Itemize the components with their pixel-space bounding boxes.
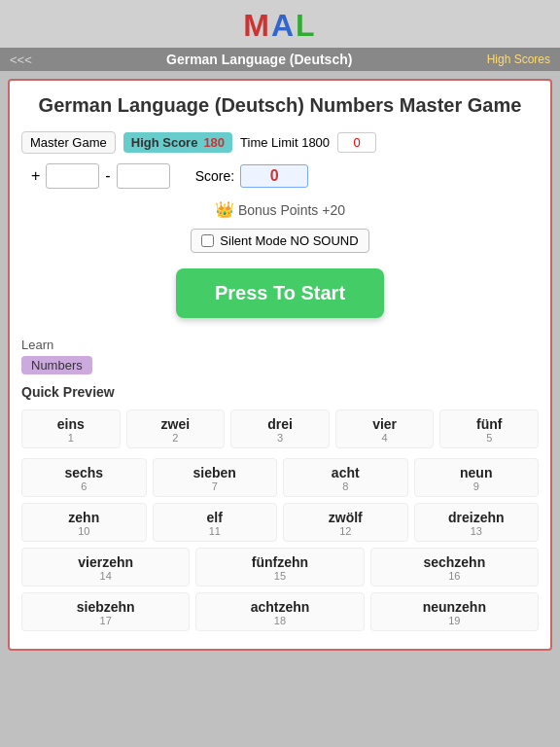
numbers-grid-row1: eins 1 zwei 2 drei 3 vier 4 fünf 5 [21, 409, 539, 448]
start-button-row: Press To Start [21, 268, 539, 318]
silent-mode-checkbox[interactable] [201, 234, 214, 247]
page-title: German Language (Deutsch) Numbers Master… [21, 92, 539, 118]
number-digit-9: 9 [419, 480, 535, 492]
number-card-8[interactable]: acht 8 [283, 458, 408, 497]
quick-preview-label: Quick Preview [21, 384, 539, 400]
number-card-4[interactable]: vier 4 [335, 409, 435, 448]
number-card-12[interactable]: zwölf 12 [283, 503, 408, 542]
number-card-11[interactable]: elf 11 [153, 503, 278, 542]
back-button[interactable]: <<< [10, 53, 32, 67]
numbers-grid-row4: vierzehn 14 fünfzehn 15 sechzehn 16 [21, 548, 539, 587]
high-score-label: High Score [131, 135, 198, 150]
number-card-1[interactable]: eins 1 [21, 409, 121, 448]
silent-mode-label[interactable]: Silent Mode NO SOUND [191, 229, 368, 253]
number-digit-2: 2 [131, 432, 221, 444]
number-word-13: dreizehn [419, 510, 535, 525]
logo-m: M [243, 8, 271, 43]
number-word-3: drei [235, 416, 325, 432]
number-digit-7: 7 [158, 480, 273, 492]
number-card-9[interactable]: neun 9 [414, 458, 540, 497]
score-label: Score: [195, 168, 234, 184]
crown-icon: 👑 [215, 201, 234, 218]
number-digit-17: 17 [26, 615, 185, 626]
number-card-3[interactable]: drei 3 [230, 409, 330, 448]
learn-tag[interactable]: Numbers [21, 356, 92, 374]
plus-symbol: + [31, 167, 40, 185]
minus-symbol: - [105, 167, 110, 185]
number-card-13[interactable]: dreizehn 13 [414, 503, 540, 542]
number-digit-6: 6 [26, 480, 142, 492]
number-card-19[interactable]: neunzehn 19 [370, 592, 539, 631]
number-word-12: zwölf [288, 510, 403, 525]
number-word-5: fünf [444, 416, 534, 432]
score-row: Master Game High Score 180 Time Limit 18… [21, 131, 539, 154]
learn-label: Learn [21, 338, 539, 352]
number-digit-13: 13 [419, 525, 535, 537]
number-word-11: elf [158, 510, 273, 525]
bonus-row: 👑 Bonus Points +20 [21, 200, 539, 219]
number-card-6[interactable]: sechs 6 [21, 458, 147, 497]
numbers-grid-row2: sechs 6 sieben 7 acht 8 neun 9 [21, 458, 539, 497]
app-logo: MAL [0, 8, 560, 44]
number-card-17[interactable]: siebzehn 17 [21, 592, 190, 631]
number-digit-11: 11 [158, 525, 273, 537]
number-card-2[interactable]: zwei 2 [126, 409, 226, 448]
number-card-18[interactable]: achtzehn 18 [195, 592, 364, 631]
number-card-14[interactable]: vierzehn 14 [21, 548, 190, 587]
number-digit-1: 1 [26, 432, 116, 444]
equation-row: + - Score: [21, 163, 539, 189]
number-digit-16: 16 [375, 570, 534, 582]
numbers-grid-row3: zehn 10 elf 11 zwölf 12 dreizehn 13 [21, 503, 539, 542]
number-digit-5: 5 [444, 432, 534, 444]
number-digit-19: 19 [375, 615, 534, 626]
number-digit-18: 18 [200, 615, 359, 626]
number-card-5[interactable]: fünf 5 [439, 409, 539, 448]
bonus-label: Bonus Points +20 [238, 202, 345, 218]
operand-2-input[interactable] [117, 163, 170, 189]
number-digit-12: 12 [288, 525, 403, 537]
nav-bar: <<< German Language (Deutsch) High Score… [0, 48, 560, 71]
number-digit-10: 10 [26, 525, 142, 537]
high-score-value: 180 [203, 135, 225, 150]
number-word-2: zwei [131, 416, 221, 432]
number-word-18: achtzehn [200, 599, 359, 615]
number-word-8: acht [288, 465, 403, 480]
number-word-9: neun [419, 465, 535, 480]
number-word-7: sieben [158, 465, 273, 480]
score-input[interactable] [240, 164, 308, 188]
number-word-19: neunzehn [375, 599, 534, 615]
number-word-17: siebzehn [26, 599, 185, 615]
number-word-1: eins [26, 416, 116, 432]
number-digit-4: 4 [340, 432, 430, 444]
numbers-grid-row5: siebzehn 17 achtzehn 18 neunzehn 19 [21, 592, 539, 631]
number-digit-3: 3 [235, 432, 325, 444]
number-card-15[interactable]: fünfzehn 15 [195, 548, 364, 587]
number-card-10[interactable]: zehn 10 [21, 503, 147, 542]
logo-a: A [271, 8, 296, 43]
number-word-6: sechs [26, 465, 142, 480]
high-score-badge: High Score 180 [123, 132, 232, 153]
logo-bar: MAL [0, 0, 560, 48]
nav-title: German Language (Deutsch) [40, 52, 479, 67]
master-game-badge: Master Game [21, 131, 116, 154]
number-card-16[interactable]: sechzehn 16 [370, 548, 539, 587]
number-word-10: zehn [26, 510, 142, 525]
number-word-15: fünfzehn [200, 554, 359, 570]
number-digit-15: 15 [200, 570, 359, 582]
logo-l: L [296, 8, 317, 43]
silent-mode-text: Silent Mode NO SOUND [220, 233, 358, 248]
number-word-16: sechzehn [375, 554, 534, 570]
main-content: German Language (Deutsch) Numbers Master… [8, 79, 552, 651]
number-digit-14: 14 [26, 570, 185, 582]
number-word-14: vierzehn [26, 554, 185, 570]
number-word-4: vier [340, 416, 430, 432]
operand-1-input[interactable] [46, 163, 99, 189]
time-limit-label: Time Limit 1800 [240, 135, 330, 150]
number-digit-8: 8 [288, 480, 403, 492]
start-button[interactable]: Press To Start [176, 268, 384, 318]
high-scores-link[interactable]: High Scores [487, 53, 550, 66]
number-card-7[interactable]: sieben 7 [153, 458, 278, 497]
time-limit-input[interactable] [337, 132, 376, 153]
silent-row: Silent Mode NO SOUND [21, 229, 539, 253]
